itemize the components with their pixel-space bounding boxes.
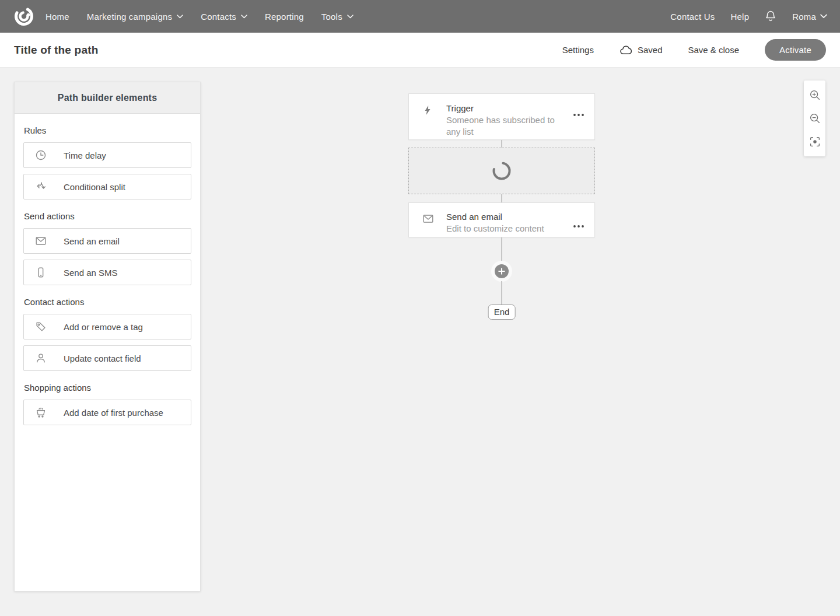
cart-icon	[34, 406, 48, 419]
saved-indicator: Saved	[620, 45, 663, 55]
chevron-down-icon	[820, 14, 827, 19]
node-subtitle: Edit to customize content	[446, 223, 570, 235]
activate-button[interactable]: Activate	[765, 39, 826, 61]
ellipsis-icon	[573, 114, 584, 116]
nav-home-label: Home	[46, 12, 69, 22]
split-icon	[34, 180, 48, 193]
zoom-out-button[interactable]	[804, 107, 825, 130]
notifications-button[interactable]	[765, 10, 776, 23]
nav-help[interactable]: Help	[731, 12, 750, 22]
section-label-rules: Rules	[24, 125, 191, 135]
primary-nav: Home Marketing campaigns Contacts Report…	[46, 12, 354, 22]
user-name: Roma	[792, 12, 816, 22]
trigger-node[interactable]: Trigger Someone has subscribed to any li…	[408, 93, 595, 140]
zoom-in-button[interactable]	[804, 83, 825, 107]
email-icon	[422, 211, 435, 237]
user-menu[interactable]: Roma	[792, 12, 827, 22]
sidebar-item-time-delay[interactable]: Time delay	[23, 142, 191, 168]
zoom-out-icon	[808, 112, 821, 125]
sidebar-item-send-sms[interactable]: Send an SMS	[23, 260, 191, 285]
focus-center-icon	[808, 135, 821, 148]
toolbar-actions: Settings Saved Save & close Activate	[562, 39, 826, 61]
sidebar-item-label: Send an SMS	[64, 268, 118, 278]
bell-icon	[765, 10, 776, 23]
sidebar-item-add-date-first-purchase[interactable]: Add date of first purchase	[23, 400, 191, 425]
connector-line	[501, 140, 502, 148]
clock-icon	[34, 149, 48, 162]
chevron-down-icon	[241, 15, 247, 19]
sidebar-item-update-contact-field[interactable]: Update contact field	[23, 345, 191, 371]
section-label-shopping-actions: Shopping actions	[24, 383, 191, 393]
email-node-text: Send an email Edit to customize content	[446, 211, 570, 237]
chevron-down-icon	[177, 15, 183, 19]
panel-header: Path builder elements	[15, 82, 200, 114]
node-menu-button[interactable]	[572, 217, 585, 232]
node-title: Send an email	[446, 211, 570, 223]
sidebar-item-label: Add date of first purchase	[64, 408, 163, 418]
fit-view-button[interactable]	[804, 130, 825, 153]
zoom-in-icon	[808, 89, 821, 102]
save-and-close-button[interactable]: Save & close	[688, 45, 739, 55]
add-step-button[interactable]	[495, 264, 509, 278]
nav-contacts-label: Contacts	[201, 12, 236, 22]
nav-help-label: Help	[731, 12, 750, 22]
add-step-halo	[491, 261, 512, 282]
connector-line	[501, 194, 502, 202]
connector-line	[501, 281, 502, 306]
nav-contact-us[interactable]: Contact Us	[670, 12, 715, 22]
section-label-contact-actions: Contact actions	[24, 297, 191, 307]
end-node: End	[488, 304, 516, 320]
sidebar-item-send-email[interactable]: Send an email	[23, 228, 191, 254]
page-title: Title of the path	[14, 44, 99, 57]
section-label-send-actions: Send actions	[24, 211, 191, 221]
nav-reporting-label: Reporting	[265, 12, 304, 22]
nav-marketing-campaigns-label: Marketing campaigns	[87, 12, 172, 22]
sidebar-item-label: Conditional split	[64, 182, 125, 192]
spinner-icon	[491, 160, 513, 182]
chevron-down-icon	[347, 15, 354, 19]
email-icon	[34, 235, 48, 247]
path-builder-elements-panel: Path builder elements Rules Time delay	[14, 82, 201, 592]
secondary-nav: Contact Us Help Roma	[670, 10, 827, 23]
person-icon	[34, 352, 48, 365]
saved-label: Saved	[638, 45, 663, 55]
nav-tools[interactable]: Tools	[321, 12, 354, 22]
path-builder-canvas[interactable]: Path builder elements Rules Time delay	[0, 68, 840, 616]
connector-line	[501, 237, 502, 262]
nav-marketing-campaigns[interactable]: Marketing campaigns	[87, 12, 183, 22]
app-logo-icon[interactable]	[13, 5, 35, 27]
nav-tools-label: Tools	[321, 12, 342, 22]
settings-button[interactable]: Settings	[562, 45, 594, 55]
cloud-icon	[620, 46, 632, 55]
phone-icon	[34, 266, 48, 279]
nav-contact-us-label: Contact Us	[670, 12, 715, 22]
sidebar-item-label: Update contact field	[64, 354, 141, 363]
node-subtitle: Someone has subscribed to any list	[446, 114, 570, 138]
path-toolbar: Title of the path Settings Saved Save & …	[0, 33, 840, 68]
sidebar-item-label: Time delay	[64, 150, 106, 160]
sidebar-item-label: Send an email	[64, 236, 120, 246]
sidebar-item-label: Add or remove a tag	[64, 322, 143, 332]
nav-contacts[interactable]: Contacts	[201, 12, 247, 22]
sidebar-item-add-remove-tag[interactable]: Add or remove a tag	[23, 314, 191, 340]
loading-node-placeholder	[408, 148, 595, 194]
trigger-node-text: Trigger Someone has subscribed to any li…	[446, 103, 570, 139]
panel-body: Rules Time delay C	[15, 114, 200, 425]
tag-icon	[34, 320, 48, 333]
top-navigation: Home Marketing campaigns Contacts Report…	[0, 0, 840, 33]
send-email-node[interactable]: Send an email Edit to customize content	[408, 202, 595, 237]
node-title: Trigger	[446, 103, 570, 114]
plus-icon	[498, 268, 505, 275]
nav-home[interactable]: Home	[46, 12, 69, 22]
lightning-icon	[422, 103, 435, 139]
nav-reporting[interactable]: Reporting	[265, 12, 304, 22]
sidebar-item-conditional-split[interactable]: Conditional split	[23, 174, 191, 200]
zoom-controls	[804, 80, 825, 156]
ellipsis-icon	[573, 225, 584, 228]
node-menu-button[interactable]	[572, 106, 585, 121]
